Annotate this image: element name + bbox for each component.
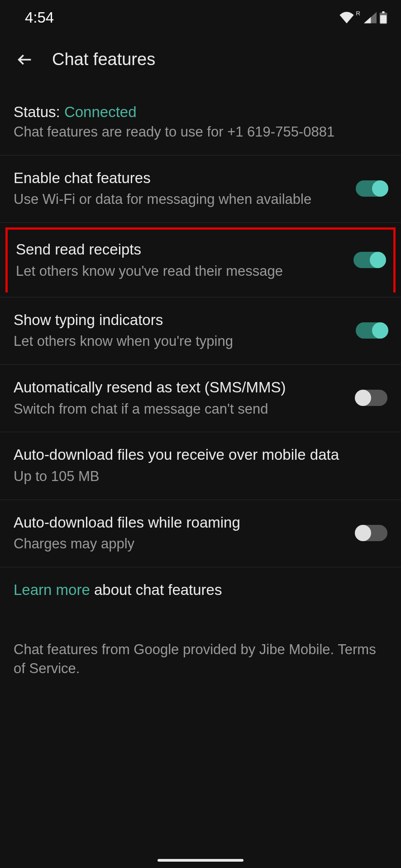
setting-sub: Use Wi-Fi or data for messaging when ava… [14,190,347,209]
back-button[interactable] [16,51,34,69]
signal-icon [364,12,377,24]
setting-title: Auto-download files you receive over mob… [14,445,387,465]
status-value: Connected [64,104,137,120]
wifi-icon [339,12,354,24]
setting-title: Auto-download files while roaming [14,513,347,533]
setting-auto-resend[interactable]: Automatically resend as text (SMS/MMS) S… [0,365,401,432]
setting-enable-chat[interactable]: Enable chat features Use Wi-Fi or data f… [0,156,401,223]
learn-more-line: Learn more about chat features [14,580,387,600]
status-section: Status: Connected Chat features are read… [0,87,401,156]
learn-more-link[interactable]: Learn more [14,581,90,598]
page-title: Chat features [52,50,155,69]
status-sub: Chat features are ready to use for +1 61… [14,123,387,142]
setting-sub: Switch from chat if a message can't send [14,400,347,419]
setting-sub: Let others know when you're typing [14,332,347,351]
status-time: 4:54 [25,9,54,26]
setting-typing-indicators[interactable]: Show typing indicators Let others know w… [0,297,401,365]
app-bar: Chat features [0,32,401,87]
status-bar: 4:54 R [0,0,401,32]
svg-rect-2 [380,15,387,23]
provider-text: Chat features from Google provided by Ji… [0,613,401,678]
setting-title: Automatically resend as text (SMS/MMS) [14,377,347,398]
setting-title: Send read receipts [16,240,344,260]
setting-sub: Up to 105 MB [14,467,387,486]
svg-rect-1 [382,11,385,13]
setting-sub: Let others know you've read their messag… [16,262,344,281]
setting-read-receipts[interactable]: Send read receipts Let others know you'v… [5,227,396,292]
arrow-back-icon [16,51,34,69]
toggle-auto-download-roaming[interactable] [356,525,387,541]
status-line: Status: Connected [14,104,387,121]
status-label: Status: [14,104,64,120]
toggle-auto-resend[interactable] [356,390,387,406]
toggle-typing-indicators[interactable] [356,322,387,339]
status-icons: R [339,11,387,24]
battery-icon [379,11,387,24]
roaming-indicator: R [356,10,360,17]
setting-sub: Charges may apply [14,534,347,553]
toggle-enable-chat[interactable] [356,180,387,197]
setting-title: Enable chat features [14,168,347,189]
learn-more-suffix: about chat features [90,581,222,598]
setting-title: Show typing indicators [14,310,347,330]
nav-handle[interactable] [158,859,243,862]
toggle-read-receipts[interactable] [353,252,385,268]
setting-auto-download-mobile[interactable]: Auto-download files you receive over mob… [0,432,401,500]
setting-auto-download-roaming[interactable]: Auto-download files while roaming Charge… [0,500,401,567]
learn-more-section: Learn more about chat features [0,567,401,613]
